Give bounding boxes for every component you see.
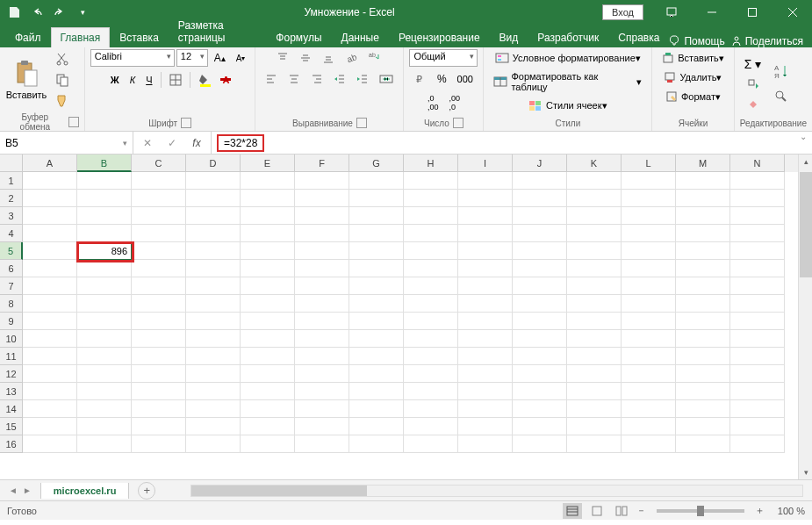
cell[interactable]	[241, 330, 295, 348]
cell[interactable]	[730, 260, 785, 277]
decrease-decimal-icon[interactable]: ,00,0	[444, 91, 464, 114]
number-format-combo[interactable]: Общий	[409, 49, 478, 67]
cell[interactable]	[404, 295, 458, 313]
cell[interactable]	[132, 330, 186, 348]
cell[interactable]	[295, 400, 349, 418]
delete-cells-button[interactable]: Удалить ▾	[659, 68, 726, 86]
cell[interactable]	[513, 260, 567, 277]
cell[interactable]	[77, 313, 132, 330]
column-header[interactable]: E	[241, 155, 295, 172]
cell[interactable]	[622, 418, 676, 435]
wrap-text-icon[interactable]: ab	[363, 49, 386, 67]
tab-insert[interactable]: Вставка	[110, 27, 169, 47]
insert-cells-button[interactable]: Вставить ▾	[658, 49, 729, 67]
italic-button[interactable]: К	[126, 72, 140, 88]
cell[interactable]	[622, 435, 676, 453]
format-cells-button[interactable]: Формат ▾	[661, 88, 725, 105]
expand-formula-bar-icon[interactable]: ⌄	[794, 132, 812, 154]
row-header[interactable]: 6	[0, 260, 23, 277]
cell[interactable]	[23, 225, 77, 242]
cell[interactable]	[186, 260, 241, 277]
cell[interactable]	[458, 190, 513, 207]
tab-review[interactable]: Рецензирование	[389, 27, 490, 47]
cell[interactable]	[23, 190, 77, 207]
redo-icon[interactable]	[49, 2, 70, 23]
cell[interactable]	[186, 418, 241, 435]
cell[interactable]	[295, 295, 349, 313]
autosum-icon[interactable]: Σ ▾	[740, 54, 766, 74]
font-launcher[interactable]	[181, 118, 191, 128]
cell[interactable]	[730, 365, 785, 383]
cell[interactable]	[730, 207, 785, 225]
cell[interactable]	[730, 277, 785, 295]
cell[interactable]	[295, 190, 349, 207]
cell[interactable]	[622, 225, 676, 242]
cell[interactable]	[132, 418, 186, 435]
cell[interactable]	[404, 260, 458, 277]
row-header[interactable]: 1	[0, 172, 23, 190]
row-header[interactable]: 13	[0, 383, 23, 400]
cell[interactable]	[132, 435, 186, 453]
cell[interactable]	[132, 277, 186, 295]
cell[interactable]	[77, 277, 132, 295]
cell[interactable]	[513, 242, 567, 260]
cell[interactable]	[404, 348, 458, 365]
insert-function-icon[interactable]: fx	[188, 137, 205, 149]
cell[interactable]	[567, 260, 622, 277]
column-header[interactable]: H	[404, 155, 458, 172]
cell[interactable]	[77, 225, 132, 242]
sheet-tab-active[interactable]: microexcel.ru	[40, 483, 130, 499]
cell[interactable]	[676, 313, 730, 330]
share-button[interactable]: Поделиться	[730, 35, 803, 47]
cell[interactable]	[622, 400, 676, 418]
tab-developer[interactable]: Разработчик	[528, 27, 608, 47]
cancel-formula-icon[interactable]: ✕	[139, 137, 156, 149]
cell[interactable]	[676, 330, 730, 348]
column-header[interactable]: I	[458, 155, 513, 172]
minimize-icon[interactable]	[693, 0, 731, 25]
sheet-nav-prev-icon[interactable]: ◄	[9, 485, 18, 495]
cell[interactable]	[622, 330, 676, 348]
align-top-icon[interactable]	[272, 49, 293, 67]
align-center-icon[interactable]	[284, 70, 305, 88]
cell[interactable]	[295, 313, 349, 330]
cell[interactable]	[23, 400, 77, 418]
accounting-format-icon[interactable]: ₽	[410, 70, 431, 88]
cell[interactable]	[241, 207, 295, 225]
tab-view[interactable]: Вид	[490, 27, 528, 47]
font-name-combo[interactable]: Calibri	[90, 49, 175, 67]
cell[interactable]	[404, 383, 458, 400]
cell[interactable]	[730, 348, 785, 365]
row-header[interactable]: 4	[0, 225, 23, 242]
save-icon[interactable]	[4, 2, 25, 23]
cell[interactable]	[622, 313, 676, 330]
zoom-slider[interactable]	[657, 509, 744, 513]
cell[interactable]	[295, 172, 349, 190]
name-box[interactable]: B5	[0, 132, 133, 154]
enter-formula-icon[interactable]: ✓	[163, 137, 181, 149]
cell[interactable]	[132, 313, 186, 330]
cell[interactable]	[23, 418, 77, 435]
cell[interactable]	[241, 313, 295, 330]
cell[interactable]	[676, 383, 730, 400]
cell[interactable]	[77, 330, 132, 348]
cell[interactable]	[295, 242, 349, 260]
cell[interactable]	[132, 172, 186, 190]
cell-styles-button[interactable]: Стили ячеек ▾	[524, 97, 611, 114]
cell[interactable]	[186, 207, 241, 225]
cell[interactable]	[77, 207, 132, 225]
cell[interactable]	[676, 348, 730, 365]
horizontal-scrollbar[interactable]	[190, 485, 803, 497]
sort-filter-icon[interactable]: АЯ	[769, 60, 794, 84]
cell[interactable]	[349, 172, 404, 190]
cell[interactable]	[349, 435, 404, 453]
column-header[interactable]: L	[622, 155, 676, 172]
format-as-table-button[interactable]: Форматировать как таблицу ▾	[489, 68, 646, 95]
cell[interactable]	[458, 418, 513, 435]
column-header[interactable]: N	[730, 155, 785, 172]
cell[interactable]	[349, 400, 404, 418]
cell[interactable]	[404, 435, 458, 453]
decrease-font-icon[interactable]: A▾	[232, 51, 250, 66]
border-icon[interactable]	[165, 71, 186, 89]
cell[interactable]	[622, 207, 676, 225]
